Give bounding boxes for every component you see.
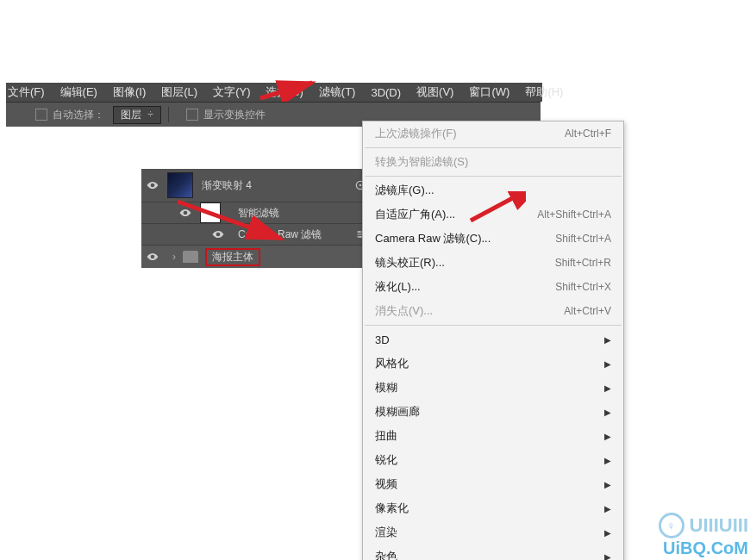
watermark-icon: ♀ (659, 513, 684, 538)
menu-filter[interactable]: 滤镜(T) (319, 84, 356, 100)
menu-sharpen-sub[interactable]: 锐化 (363, 448, 623, 472)
menu-blur-gallery-sub[interactable]: 模糊画廊 (363, 400, 623, 424)
menu-separator (365, 325, 622, 326)
menu-last-filter: 上次滤镜操作(F)Alt+Ctrl+F (363, 121, 623, 146)
visibility-icon[interactable] (147, 179, 159, 191)
menu-noise-sub[interactable]: 杂色 (363, 544, 623, 560)
svg-line-7 (471, 195, 519, 221)
menu-separator (365, 147, 622, 148)
menu-convert-smart: 转换为智能滤镜(S) (363, 150, 623, 174)
visibility-icon[interactable] (147, 251, 159, 263)
menu-pixelate-sub[interactable]: 像素化 (363, 496, 623, 520)
menu-separator (365, 176, 622, 177)
svg-line-6 (178, 202, 281, 239)
layer-row-adjustment[interactable]: 渐变映射 4 (141, 169, 374, 202)
menu-render-sub[interactable]: 渲染 (363, 520, 623, 544)
menu-liquify[interactable]: 液化(L)...Shift+Ctrl+X (363, 275, 623, 299)
menu-3d[interactable]: 3D(D) (371, 86, 401, 99)
layer-thumbnail (167, 172, 193, 198)
menu-file[interactable]: 文件(F) (8, 84, 45, 100)
annotation-arrow-2 (176, 200, 291, 252)
show-transform-label: 显示变换控件 (203, 108, 266, 122)
menu-video-sub[interactable]: 视频 (363, 472, 623, 496)
watermark: ♀ UIIIUIII UiBQ.CoM (659, 513, 748, 558)
svg-line-5 (260, 83, 312, 98)
menu-stylize-sub[interactable]: 风格化 (363, 352, 623, 376)
svg-point-2 (359, 231, 360, 233)
options-separator (168, 107, 176, 122)
menu-help[interactable]: 帮助(H) (525, 84, 563, 100)
menu-type[interactable]: 文字(Y) (213, 84, 250, 100)
menu-window[interactable]: 窗口(W) (469, 84, 509, 100)
menu-layer[interactable]: 图层(L) (161, 84, 197, 100)
menu-vanishing-point: 消失点(V)...Alt+Ctrl+V (363, 299, 623, 323)
annotation-arrow-1 (259, 78, 321, 102)
folder-icon (183, 251, 198, 263)
expand-chevron-icon[interactable]: › (172, 251, 176, 263)
svg-point-1 (359, 184, 362, 187)
menu-distort-sub[interactable]: 扭曲 (363, 424, 623, 448)
watermark-text-top: UIIIUIII (690, 514, 748, 537)
menu-edit[interactable]: 编辑(E) (60, 84, 97, 100)
menu-view[interactable]: 视图(V) (416, 84, 453, 100)
svg-point-4 (359, 236, 361, 238)
auto-select-label: 自动选择： (53, 108, 104, 122)
menu-image[interactable]: 图像(I) (113, 84, 146, 100)
auto-select-dropdown[interactable]: 图层 ÷ (113, 106, 161, 124)
menu-lens-correction[interactable]: 镜头校正(R)...Shift+Ctrl+R (363, 251, 623, 275)
menu-blur-sub[interactable]: 模糊 (363, 376, 623, 400)
layer-name[interactable]: 渐变映射 4 (202, 178, 353, 193)
menu-camera-raw-filter[interactable]: Camera Raw 滤镜(C)...Shift+Ctrl+A (363, 227, 623, 251)
menu-3d-sub[interactable]: 3D (363, 327, 623, 352)
annotation-arrow-3 (466, 191, 526, 227)
show-transform-checkbox[interactable] (186, 109, 198, 121)
filter-dropdown-menu: 上次滤镜操作(F)Alt+Ctrl+F 转换为智能滤镜(S) 滤镜库(G)...… (362, 121, 624, 560)
auto-select-checkbox[interactable] (35, 109, 47, 121)
watermark-text-bottom: UiBQ.CoM (663, 538, 748, 558)
